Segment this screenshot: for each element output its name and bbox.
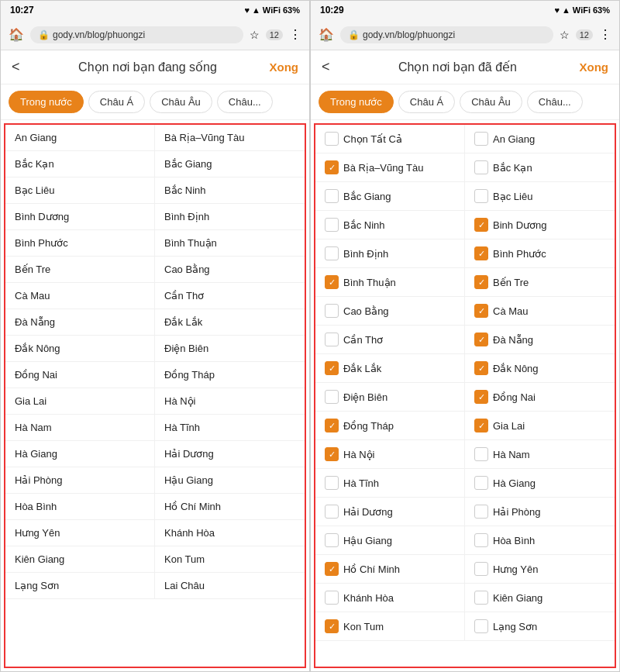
checkbox[interactable] (474, 533, 488, 547)
tab-trong-nuoc-right[interactable]: Trong nước (319, 91, 394, 113)
list-item[interactable]: Hà Tĩnh (155, 415, 305, 441)
list-item[interactable]: ✓Gia Lai (465, 412, 615, 440)
checkbox[interactable]: ✓ (474, 275, 488, 289)
list-item[interactable]: ✓Binh Dương (465, 211, 615, 240)
checkbox[interactable]: ✓ (474, 333, 488, 346)
list-item[interactable]: Cà Mau (5, 283, 155, 309)
checkbox[interactable] (474, 447, 488, 461)
list-item[interactable]: Hưng Yên (5, 520, 155, 546)
checkbox[interactable]: ✓ (474, 419, 488, 432)
checkbox[interactable]: ✓ (474, 246, 488, 260)
list-item[interactable]: ✓Bình Phước (465, 240, 615, 268)
list-item[interactable]: Hòa Bình (5, 494, 155, 520)
checkbox[interactable]: ✓ (325, 361, 339, 375)
list-item[interactable]: Khánh Hòa (315, 584, 465, 612)
checkbox[interactable] (325, 246, 339, 260)
tab-chau-au-left[interactable]: Châu Âu (150, 91, 212, 113)
list-item[interactable]: Hải Dương (155, 441, 305, 467)
list-item[interactable]: Bình Thuận (155, 230, 305, 257)
list-item[interactable]: ✓Đồng Nai (465, 383, 615, 412)
menu-icon-left[interactable]: ⋮ (289, 27, 301, 42)
list-item[interactable]: ✓Đồng Tháp (315, 412, 465, 440)
checkbox[interactable]: ✓ (474, 218, 488, 232)
checkbox[interactable] (474, 562, 488, 576)
home-icon-right[interactable]: 🏠 (319, 27, 334, 42)
checkbox[interactable] (474, 189, 488, 203)
list-item[interactable]: Đà Nẵng (5, 309, 155, 336)
list-item[interactable]: ✓Đắk Lắk (315, 354, 465, 383)
list-item[interactable]: Bến Tre (5, 257, 155, 283)
checkbox[interactable] (325, 390, 339, 404)
checkbox[interactable] (325, 304, 339, 318)
list-item[interactable]: Hồ Chí Minh (155, 494, 305, 520)
list-item[interactable]: Bắc Kạn (5, 151, 155, 177)
list-item[interactable]: Cao Bằng (315, 297, 465, 326)
address-input-right[interactable]: 🔒 gody.vn/blog/phuongzi (340, 26, 553, 43)
checkbox[interactable] (474, 476, 488, 490)
tab-chau-au-right[interactable]: Châu Âu (460, 91, 522, 113)
list-item[interactable]: Hải Phòng (5, 467, 155, 494)
star-icon-right[interactable]: ☆ (560, 29, 570, 41)
back-button-left[interactable]: < (12, 59, 20, 75)
checkbox[interactable] (474, 591, 488, 605)
checkbox[interactable] (325, 533, 339, 547)
checkbox[interactable] (325, 189, 339, 203)
list-item[interactable]: Lạng Sơn (5, 573, 155, 599)
tab-chau-a-left[interactable]: Châu Á (88, 91, 145, 113)
list-item[interactable]: An Giang (465, 125, 615, 153)
checkbox[interactable]: ✓ (325, 562, 339, 576)
list-item[interactable]: Bình Định (315, 240, 465, 268)
list-item[interactable]: ✓Kon Tum (315, 612, 465, 641)
list-item[interactable]: Bắc Giang (315, 182, 465, 211)
list-item[interactable]: Bắc Ninh (155, 177, 305, 204)
checkbox[interactable] (474, 505, 488, 519)
list-item[interactable]: ✓Bà Rịa–Vũng Tàu (315, 153, 465, 182)
list-item[interactable]: Bà Rịa–Vũng Tàu (155, 125, 305, 151)
list-item[interactable]: Kiên Giang (465, 584, 615, 612)
list-item[interactable]: ✓Đắk Nông (465, 354, 615, 383)
list-item[interactable]: Hải Dương (315, 498, 465, 526)
list-item[interactable]: Đắk Lắk (155, 309, 305, 336)
list-item[interactable]: ✓Hồ Chí Minh (315, 555, 465, 584)
checkbox[interactable] (325, 505, 339, 519)
tab-other-left[interactable]: Châu... (217, 91, 273, 113)
list-item[interactable]: ✓Hà Nội (315, 440, 465, 469)
checkbox[interactable] (474, 619, 488, 633)
list-item[interactable]: Đắk Nông (5, 336, 155, 362)
list-item[interactable]: Chọn Tất Cả (315, 125, 465, 153)
checkbox[interactable] (474, 132, 488, 146)
home-icon-left[interactable]: 🏠 (9, 27, 24, 42)
checkbox[interactable] (325, 132, 339, 146)
done-button-left[interactable]: Xong (270, 60, 299, 74)
checkbox[interactable]: ✓ (325, 447, 339, 461)
checkbox[interactable] (325, 333, 339, 346)
list-item[interactable]: Đồng Tháp (155, 362, 305, 388)
list-item[interactable]: ✓Đà Nẵng (465, 326, 615, 354)
tab-other-right[interactable]: Châu... (527, 91, 583, 113)
list-item[interactable]: Bình Dương (5, 204, 155, 230)
list-item[interactable]: Hà Giang (465, 469, 615, 498)
list-item[interactable]: Bình Phước (5, 230, 155, 257)
list-item[interactable]: Cần Thơ (315, 326, 465, 354)
list-item[interactable]: Hòa Bình (465, 526, 615, 555)
checkbox[interactable]: ✓ (325, 275, 339, 289)
checkbox[interactable] (325, 591, 339, 605)
list-item[interactable]: Bắc Giang (155, 151, 305, 177)
list-item[interactable]: Điện Biên (315, 383, 465, 412)
checkbox[interactable]: ✓ (325, 619, 339, 633)
checkbox[interactable] (474, 160, 488, 174)
list-item[interactable]: ✓Bến Tre (465, 268, 615, 297)
list-item[interactable]: Lai Châu (155, 573, 305, 599)
list-item[interactable]: ✓Bình Thuận (315, 268, 465, 297)
star-icon-left[interactable]: ☆ (250, 29, 260, 41)
list-item[interactable]: Hà Nội (155, 388, 305, 415)
list-item[interactable]: Hậu Giang (155, 467, 305, 494)
list-item[interactable]: Bạc Liêu (5, 177, 155, 204)
list-item[interactable]: Hậu Giang (315, 526, 465, 555)
checkbox[interactable] (325, 218, 339, 232)
address-input-left[interactable]: 🔒 gody.vn/blog/phuongzi (30, 26, 243, 43)
list-item[interactable]: Kiên Giang (5, 546, 155, 573)
menu-icon-right[interactable]: ⋮ (599, 27, 611, 42)
tab-badge-left[interactable]: 12 (266, 29, 283, 40)
done-button-right[interactable]: Xong (580, 60, 609, 74)
